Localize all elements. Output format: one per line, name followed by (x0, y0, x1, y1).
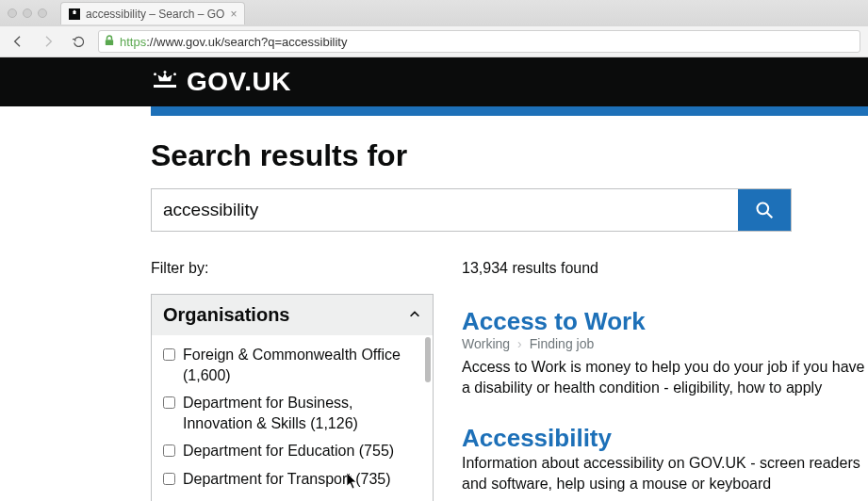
window-close-dot[interactable] (8, 8, 17, 18)
breadcrumb-item[interactable]: Working (462, 336, 510, 351)
arrow-right-icon (41, 34, 56, 49)
scrollbar-thumb[interactable] (425, 337, 431, 382)
svg-point-4 (164, 71, 167, 73)
filter-item-label: Department for International Development… (183, 497, 421, 501)
tab-strip: accessibility – Search – GO × (0, 0, 868, 26)
window-max-dot[interactable] (38, 8, 47, 18)
nav-reload-button[interactable] (68, 31, 89, 52)
tab-close-icon[interactable]: × (230, 8, 237, 21)
site-header: GOV.UK (0, 57, 868, 106)
filter-checkbox[interactable] (163, 473, 175, 485)
breadcrumb-item[interactable]: Finding job (530, 336, 595, 351)
nav-forward-button (38, 31, 58, 52)
filter-item-label: Foreign & Commonwealth Office (1,600) (183, 345, 421, 385)
filter-list: Foreign & Commonwealth Office (1,600) De… (152, 335, 433, 501)
reload-icon (72, 35, 86, 49)
filter-item[interactable]: Department for Transport (735) (161, 465, 423, 493)
svg-point-3 (173, 73, 176, 75)
lock-icon (105, 35, 114, 49)
arrow-left-icon (10, 34, 25, 49)
url-text: https://www.gov.uk/search?q=accessibilit… (120, 35, 347, 49)
result-title-link[interactable]: Access to Work (462, 307, 646, 335)
crown-icon (151, 71, 179, 93)
site-name: GOV.UK (187, 67, 291, 97)
filter-item-label: Department for Business, Innovation & Sk… (183, 393, 421, 433)
result-description: Access to Work is money to help you do y… (462, 357, 867, 399)
filter-item-label: Department for Education (755) (183, 441, 394, 461)
tab-title: accessibility – Search – GO (86, 8, 224, 21)
window-min-dot[interactable] (23, 8, 32, 18)
browser-chrome: accessibility – Search – GO × https://ww… (0, 0, 868, 57)
browser-toolbar: https://www.gov.uk/search?q=accessibilit… (0, 26, 868, 57)
svg-point-2 (154, 73, 156, 75)
tab-favicon-icon (69, 8, 80, 20)
header-accent-bar (151, 106, 868, 116)
svg-point-5 (758, 203, 769, 215)
page-content: Search results for Filter by: Organisati… (0, 116, 868, 501)
address-bar[interactable]: https://www.gov.uk/search?q=accessibilit… (98, 30, 860, 53)
search-results: 13,934 results found Access to Work Work… (462, 260, 867, 501)
govuk-logo-link[interactable]: GOV.UK (151, 67, 291, 97)
result-breadcrumb: Working › Finding job (462, 336, 867, 351)
filter-group-toggle[interactable]: Organisations (152, 295, 433, 335)
window-controls (8, 8, 47, 18)
nav-back-button[interactable] (8, 31, 28, 52)
filter-group-organisations: Organisations Foreign & Commonwealth Off… (151, 294, 434, 501)
filter-checkbox[interactable] (163, 348, 175, 361)
result-title-link[interactable]: Accessibility (462, 424, 612, 452)
result-description: Information about accessibility on GOV.U… (462, 453, 867, 495)
chevron-right-icon: › (517, 336, 522, 351)
url-scheme: https (120, 35, 146, 49)
search-button[interactable] (738, 189, 791, 231)
search-row (151, 188, 792, 232)
url-rest: ://www.gov.uk/search?q=accessibility (146, 35, 347, 49)
filter-item-label: Department for Transport (735) (183, 469, 391, 490)
svg-line-6 (767, 213, 773, 218)
search-result: Access to Work Working › Finding job Acc… (462, 307, 867, 399)
results-count: 13,934 results found (462, 260, 867, 277)
browser-tab[interactable]: accessibility – Search – GO × (60, 2, 245, 24)
svg-rect-1 (106, 40, 113, 45)
filter-item[interactable]: Department for International Development… (161, 493, 423, 501)
filter-checkbox[interactable] (163, 396, 175, 409)
filter-group-title: Organisations (163, 304, 289, 326)
search-result: Accessibility Information about accessib… (462, 424, 867, 495)
search-input[interactable] (152, 189, 738, 231)
chevron-up-icon (408, 304, 421, 326)
filter-by-label: Filter by: (151, 260, 434, 277)
filters-sidebar: Filter by: Organisations Foreign & Commo… (151, 260, 434, 501)
filter-item[interactable]: Foreign & Commonwealth Office (1,600) (161, 341, 423, 389)
filter-checkbox[interactable] (163, 444, 175, 457)
filter-item[interactable]: Department for Business, Innovation & Sk… (161, 389, 423, 437)
search-heading: Search results for (151, 138, 868, 173)
search-icon (755, 201, 774, 219)
filter-item[interactable]: Department for Education (755) (161, 437, 423, 465)
